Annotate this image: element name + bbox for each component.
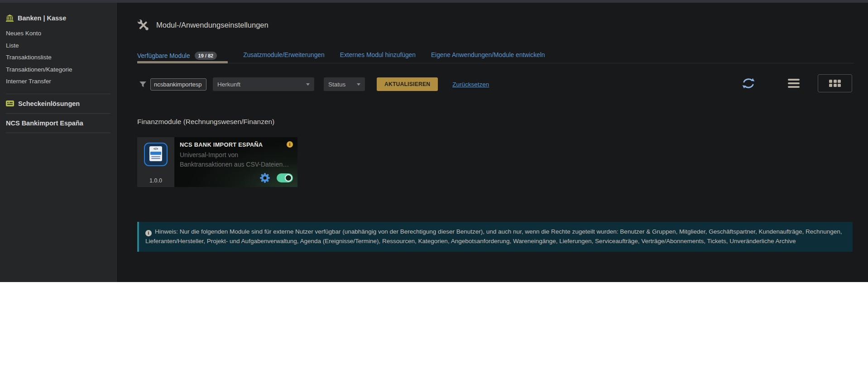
section-title: Finanzmodule (Rechnungswesen/Finanzen)	[137, 118, 274, 126]
grid-view-icon	[829, 80, 841, 87]
sidebar-item-interner-transfer[interactable]: Interner Transfer	[6, 76, 110, 88]
tab-externes-modul[interactable]: Externes Modul hinzufügen	[340, 41, 416, 63]
page-header: Modul-/Anwendungseinstellungen	[137, 19, 269, 31]
filter-icon	[139, 81, 147, 88]
module-card-left: </> 1.0.0	[137, 137, 174, 187]
module-search-input[interactable]	[150, 78, 206, 91]
bank-icon	[6, 14, 14, 22]
status-select[interactable]: Status	[324, 77, 365, 91]
module-description: Universal-Import von Banktransaktionen a…	[180, 150, 290, 169]
status-select-value: Status	[328, 81, 345, 88]
sidebar-section-banken-kasse[interactable]: Banken | Kasse	[6, 14, 110, 22]
gear-icon[interactable]	[259, 172, 270, 183]
sidebar-item-transaktionsliste[interactable]: Transaktionsliste	[6, 52, 110, 64]
tab-label: Verfügbare Module	[137, 53, 190, 59]
module-controls	[259, 172, 293, 183]
origin-select-value: Herkunft	[217, 81, 240, 88]
tab-verfuegbare-module[interactable]: Verfügbare Module 19 / 82	[137, 41, 228, 63]
module-count-badge: 19 / 82	[195, 52, 217, 60]
sidebar-section-ncs-bankimport[interactable]: NCS Bankimport España	[6, 120, 110, 127]
sidebar-divider	[6, 113, 110, 114]
module-enabled-toggle[interactable]	[277, 173, 293, 182]
module-logo: </>	[144, 143, 168, 166]
filter-bar: Herkunft Status AKTUALISIEREN Zurücksetz…	[139, 77, 489, 91]
chevron-down-icon	[306, 83, 310, 86]
sidebar-nav: Neues Konto Liste Transaktionsliste Tran…	[6, 28, 110, 88]
reset-link[interactable]: Zurücksetzen	[452, 81, 489, 88]
tab-zusatzmodule[interactable]: Zusatzmodule/Erweiterungen	[243, 41, 324, 63]
sidebar-item-liste[interactable]: Liste	[6, 40, 110, 52]
update-button[interactable]: AKTUALISIEREN	[377, 77, 438, 91]
origin-select[interactable]: Herkunft	[213, 77, 314, 91]
grid-view-button[interactable]	[818, 74, 852, 92]
tools-icon	[137, 19, 149, 31]
list-view-icon[interactable]	[788, 79, 800, 88]
sidebar-divider	[6, 94, 110, 94]
sidebar-divider	[6, 133, 110, 133]
tab-eigene-anwendungen[interactable]: Eigene Anwendungen/Module entwickeln	[431, 41, 545, 63]
sidebar-section-label: NCS Bankimport España	[6, 120, 83, 127]
main-content: Modul-/Anwendungseinstellungen Verfügbar…	[117, 3, 868, 282]
toggle-knob	[285, 174, 292, 182]
chevron-down-icon	[357, 83, 360, 86]
module-card-body: NCS BANK IMPORT ESPAÑA i Universal-Impor…	[174, 137, 297, 187]
module-version: 1.0.0	[137, 177, 174, 184]
sidebar: Banken | Kasse Neues Konto Liste Transak…	[0, 3, 117, 282]
page-title: Modul-/Anwendungseinstellungen	[156, 21, 269, 29]
sidebar-section-label: Scheckeinlösungen	[18, 100, 80, 107]
notice-banner: iHinweis: Nur die folgenden Module sind …	[137, 222, 853, 252]
sidebar-section-scheckeinloesungen[interactable]: Scheckeinlösungen	[6, 100, 110, 107]
info-icon: i	[145, 230, 152, 236]
module-title: NCS BANK IMPORT ESPAÑA	[180, 141, 285, 148]
refresh-icon[interactable]	[742, 77, 755, 90]
money-check-icon	[6, 101, 14, 106]
sidebar-section-label: Banken | Kasse	[18, 14, 66, 22]
sidebar-item-transaktionen-kategorie[interactable]: Transaktionen/Kategorie	[6, 64, 110, 76]
module-card: </> 1.0.0 NCS BANK IMPORT ESPAÑA i Unive…	[137, 137, 297, 187]
tab-bar: Verfügbare Module 19 / 82 Zusatzmodule/E…	[137, 41, 854, 63]
notice-text: Hinweis: Nur die folgenden Module sind f…	[145, 228, 842, 244]
sidebar-item-neues-konto[interactable]: Neues Konto	[6, 28, 110, 40]
info-icon[interactable]: i	[287, 141, 293, 148]
view-toolbar	[742, 73, 852, 93]
